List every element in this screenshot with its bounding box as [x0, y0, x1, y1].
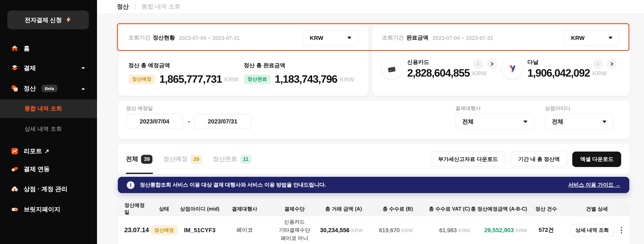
- sidebar-item-payment-integration[interactable]: 결제 연동: [0, 160, 97, 178]
- link-pills-icon: [10, 165, 19, 173]
- danal-logo: [502, 59, 522, 79]
- settlement-status-card: 조회기간 정산현황 2023-07-04 ~ 2023-07-31 KRW 정산…: [118, 25, 368, 96]
- settlement-table: 정산예정일 상태 상점아이디 (mid) 결제대행사 결제수단 총 거래 금액 …: [118, 202, 629, 244]
- period-total-button[interactable]: 기간 내 총 정산액: [510, 151, 568, 167]
- accounts-icon: [10, 185, 19, 193]
- detail-view-button[interactable]: 상세 내역 조회: [570, 224, 614, 236]
- sidebar-item-integrated-history[interactable]: 통합 내역 조회: [0, 99, 97, 118]
- settlement-dashboard: 전자결제 신청 홈 결제: [0, 0, 644, 244]
- col-header: 총 거래 금액 (A): [320, 206, 363, 213]
- active-tab-underline: [126, 173, 153, 174]
- stat-unit: KRW: [340, 76, 354, 83]
- col-header: 상태: [149, 206, 179, 213]
- chevron-up-icon: [82, 87, 85, 89]
- period-range: 2023-07-04 ~ 2023-07-31: [432, 35, 493, 41]
- tab-pending[interactable]: 정산예정 28: [163, 155, 202, 164]
- next-chevron-button[interactable]: [606, 59, 617, 69]
- completed-total-stat: 정산 총 완료금액 정산완료 1,183,743,796 KRW: [244, 62, 354, 86]
- sidebar-item-label: 결제: [24, 64, 36, 72]
- sidebar-item-label: 리포트: [24, 147, 42, 155]
- chevron-down-icon: [82, 67, 85, 69]
- sidebar-item-store-account[interactable]: 상점 · 계정 관리: [0, 180, 97, 198]
- cell-pg: 페이코: [220, 227, 269, 234]
- info-icon: i: [127, 181, 134, 189]
- card-title: 완료금액: [406, 34, 428, 41]
- pg-filter-label: 결제대행사: [455, 105, 481, 112]
- tab-label: 정산완료: [213, 155, 237, 163]
- date-to-input[interactable]: 2023/07/31: [194, 114, 252, 129]
- next-chevron-button[interactable]: [487, 59, 497, 69]
- period-label: 조회기간: [382, 34, 404, 41]
- sidebar-subitem-label: 상세 내역 조회: [24, 125, 62, 133]
- topbar: 정산 통합 내역 조회: [97, 0, 644, 13]
- service-guide-link[interactable]: 서비스 이용 가이드 →: [568, 181, 620, 189]
- chevron-down-icon: [602, 121, 606, 123]
- sidebar-item-detail-history[interactable]: 상세 내역 조회: [0, 120, 97, 139]
- completed-amount-card-header: 조회기간 완료금액 2023-07-04 ~ 2023-07-31 KRW: [372, 25, 629, 50]
- table-row: 23.07.14 정산예정 IM_51CYF3 페이코 신용카드 기타결제수단 …: [118, 216, 629, 244]
- breadcrumb-current: 통합 내역 조회: [142, 3, 180, 10]
- report-chart-icon: [10, 147, 19, 155]
- settlement-status-card-header: 조회기간 정산현황 2023-07-04 ~ 2023-07-31 KRW: [118, 25, 368, 50]
- cell-fee: 619,670KRW: [363, 227, 414, 234]
- toggle-icon: [10, 205, 19, 214]
- status-tabs: 전체 39 정산예정 28 정산완료 11: [126, 144, 251, 174]
- sidebar-item-report[interactable]: 리포트 ↗: [0, 142, 97, 160]
- credit-card-icon: [382, 59, 402, 79]
- mid-select[interactable]: 전체: [545, 114, 614, 130]
- provider-pager: [593, 59, 617, 69]
- sidebar-item-label: 상점 · 계정 관리: [24, 185, 68, 193]
- col-header: 상점아이디 (mid): [179, 206, 220, 213]
- breadcrumb: 정산 통합 내역 조회: [117, 0, 180, 13]
- tab-complete[interactable]: 정산완료 11: [213, 155, 252, 164]
- provider-unit: KRW: [472, 70, 487, 77]
- sidebar-item-label: 홈: [24, 45, 30, 52]
- tab-count-badge: 11: [240, 155, 252, 164]
- banner-text: 정산통합조회 서비스 이용 대상 결제 대행사와 서비스 이용 방법을 안내드립…: [140, 181, 326, 189]
- sidebar-item-label: 결제 연동: [24, 165, 50, 173]
- pg-select-value: 전체: [462, 118, 474, 125]
- kebab-menu-icon[interactable]: [619, 225, 624, 235]
- tab-count-badge: 28: [190, 155, 202, 164]
- date-filter-label: 정산 예정일: [126, 105, 153, 112]
- col-header: 결제수단: [269, 206, 320, 213]
- card-title: 정산현황: [153, 34, 175, 41]
- cta-label: 전자결제 신청: [25, 16, 62, 24]
- mid-filter-label: 상점아이디: [545, 105, 570, 112]
- external-link-icon: ↗: [44, 148, 49, 154]
- sidebar-item-settlement[interactable]: 정산 Beta: [0, 79, 97, 97]
- currency-value: KRW: [571, 35, 584, 41]
- beta-badge: Beta: [42, 85, 58, 92]
- pg-select[interactable]: 전체: [455, 114, 534, 130]
- currency-select[interactable]: KRW: [564, 30, 620, 46]
- date-from-input[interactable]: 2023/07/04: [126, 114, 183, 129]
- prev-chevron-button[interactable]: [593, 59, 603, 69]
- currency-select[interactable]: KRW: [303, 30, 358, 46]
- lightning-icon: [65, 16, 72, 24]
- col-header: 총 수수료 (B): [363, 206, 414, 213]
- breadcrumb-section[interactable]: 정산: [117, 3, 129, 10]
- period-label: 조회기간: [128, 34, 150, 41]
- col-header: 정산 건수: [528, 206, 564, 213]
- sidebar-item-bridgepage[interactable]: 브릿지페이지: [0, 200, 97, 218]
- home-icon: [10, 44, 19, 52]
- tabs-card: 전체 39 정산예정 28 정산완료 11 부가세신고자료 다운로드 기간 내 …: [118, 144, 629, 174]
- stat-label: 정산 총 완료금액: [244, 62, 354, 69]
- col-header: 건별 상세: [564, 206, 629, 213]
- cell-settlement-count: 572건: [528, 227, 564, 234]
- prev-chevron-button[interactable]: [473, 59, 484, 69]
- tab-all[interactable]: 전체 39: [126, 155, 153, 164]
- status-badge: 정산예정: [128, 74, 155, 84]
- sidebar-item-payment[interactable]: 결제: [0, 59, 97, 77]
- epayment-apply-button[interactable]: 전자결제 신청: [7, 10, 89, 29]
- vat-report-download-button[interactable]: 부가세신고자료 다운로드: [430, 151, 506, 167]
- sidebar-item-label: 브릿지페이지: [24, 206, 60, 213]
- tab-count-badge: 39: [141, 155, 153, 164]
- excel-download-button[interactable]: 엑셀 다운로드: [572, 151, 621, 167]
- cell-detail: 상세 내역 조회: [564, 224, 629, 236]
- tab-label: 정산예정: [163, 155, 188, 163]
- sidebar-item-home[interactable]: 홈: [0, 39, 97, 57]
- mid-select-value: 전체: [552, 118, 563, 125]
- sidebar-subitem-label: 통합 내역 조회: [24, 105, 62, 112]
- cell-fee-vat: 61,983KRW: [414, 227, 471, 234]
